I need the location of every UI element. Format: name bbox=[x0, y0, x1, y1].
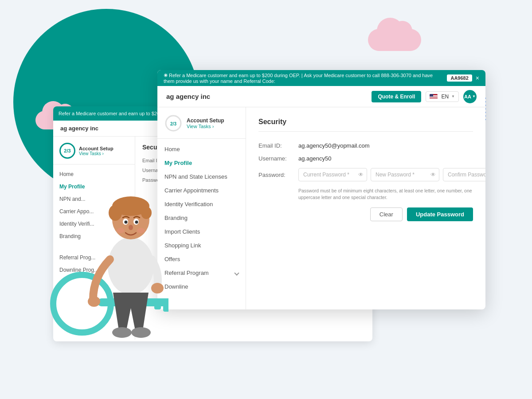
svg-point-17 bbox=[88, 296, 100, 307]
cloud-decoration-left bbox=[0, 0, 44, 19]
svg-text:2/3: 2/3 bbox=[170, 121, 176, 126]
current-password-eye-icon[interactable]: 👁 bbox=[358, 172, 364, 178]
referral-banner: ✳ Refer a Medicare customer and earn up … bbox=[157, 70, 485, 86]
svg-rect-3 bbox=[154, 298, 161, 309]
bg-progress-section: 2/3 Account Setup View Tasks › bbox=[53, 143, 135, 164]
app-header: ag agency inc Quote & Enroll EN ▼ AA ▼ bbox=[157, 86, 485, 107]
lang-chevron-icon: ▼ bbox=[451, 94, 455, 98]
sidebar: 2/3 Account Setup View Tasks › Home My P… bbox=[157, 107, 246, 309]
sidebar-item-carrier-appointments[interactable]: Carrier Appointments bbox=[157, 184, 246, 197]
clear-button[interactable]: Clear bbox=[370, 207, 403, 221]
user-avatar[interactable]: AA ▼ bbox=[463, 90, 477, 103]
current-password-wrap: 👁 bbox=[298, 168, 367, 181]
svg-point-4 bbox=[108, 237, 154, 295]
email-id-value: ag.agency50@yopmail.com bbox=[298, 142, 370, 149]
svg-point-14 bbox=[117, 228, 125, 233]
npn-state-label: NPN and State Licenses bbox=[164, 173, 227, 180]
sidebar-item-downline[interactable]: Downline bbox=[157, 280, 246, 293]
username-value: ag.agency50 bbox=[298, 155, 331, 162]
bg-setup-title: Account Setup bbox=[79, 146, 113, 151]
home-label: Home bbox=[164, 146, 180, 153]
sidebar-item-offers[interactable]: Offers bbox=[157, 252, 246, 266]
banner-text: ✳ Refer a Medicare customer and earn up … bbox=[164, 73, 443, 84]
sidebar-item-identity-verification[interactable]: Identity Verification bbox=[157, 197, 246, 211]
new-password-wrap: 👁 bbox=[371, 168, 439, 181]
referral-code: AA9682 bbox=[447, 74, 472, 82]
sidebar-item-npn-state[interactable]: NPN and State Licenses bbox=[157, 170, 246, 184]
update-password-button[interactable]: Update Password bbox=[407, 207, 473, 221]
bg-progress-circle: 2/3 bbox=[59, 143, 75, 159]
avatar-chevron-icon: ▼ bbox=[472, 94, 476, 98]
banner-star: ✳ bbox=[164, 73, 168, 78]
shopping-link-label: Shopping Link bbox=[164, 242, 201, 249]
svg-point-13 bbox=[129, 225, 133, 230]
bg-banner-text: Refer a Medicare customer and earn up to… bbox=[59, 111, 171, 116]
sidebar-item-shopping-link[interactable]: Shopping Link bbox=[157, 239, 246, 252]
agency-name: ag agency inc bbox=[166, 93, 210, 100]
svg-point-11 bbox=[125, 221, 128, 224]
referral-program-chevron-icon bbox=[234, 270, 239, 275]
email-id-row: Email ID: ag.agency50@yopmail.com bbox=[258, 142, 473, 149]
svg-point-19 bbox=[131, 327, 151, 338]
password-row: Password: 👁 👁 👁 bbox=[258, 168, 473, 181]
sidebar-item-home[interactable]: Home bbox=[157, 142, 246, 156]
svg-point-18 bbox=[112, 327, 132, 338]
sidebar-item-import-clients[interactable]: Import Clients bbox=[157, 225, 246, 239]
svg-point-8 bbox=[141, 207, 152, 219]
section-heading: Security bbox=[258, 118, 473, 132]
banner-close-button[interactable]: × bbox=[476, 74, 479, 82]
language-selector[interactable]: EN ▼ bbox=[426, 91, 459, 102]
svg-point-7 bbox=[109, 205, 122, 221]
password-hint: Password must be of minimum eight charac… bbox=[298, 188, 473, 200]
current-password-input[interactable] bbox=[298, 168, 367, 181]
svg-point-15 bbox=[137, 228, 145, 233]
bg-view-tasks: View Tasks › bbox=[79, 151, 113, 156]
form-actions: Clear Update Password bbox=[258, 207, 473, 221]
svg-rect-2 bbox=[163, 298, 168, 312]
window-content: 2/3 Account Setup View Tasks › Home My P… bbox=[157, 107, 485, 309]
svg-point-16 bbox=[151, 283, 164, 293]
import-clients-label: Import Clients bbox=[164, 228, 200, 235]
sidebar-item-branding[interactable]: Branding bbox=[157, 211, 246, 225]
username-row: Username: ag.agency50 bbox=[258, 155, 473, 162]
new-password-eye-icon[interactable]: 👁 bbox=[430, 172, 436, 178]
confirm-password-input[interactable] bbox=[443, 168, 485, 181]
lang-label: EN bbox=[441, 94, 449, 100]
email-id-label: Email ID: bbox=[258, 142, 298, 149]
character-figure bbox=[44, 162, 168, 361]
referral-program-label: Referral Program bbox=[164, 270, 209, 276]
us-flag-icon bbox=[430, 94, 438, 99]
confirm-password-wrap: 👁 bbox=[443, 168, 485, 181]
progress-ring: 2/3 bbox=[164, 114, 182, 132]
user-initials: AA bbox=[464, 94, 471, 99]
sidebar-item-referral-program[interactable]: Referral Program bbox=[157, 266, 246, 280]
username-label: Username: bbox=[258, 155, 298, 162]
bg-agency-name: ag agency inc bbox=[60, 125, 98, 132]
carrier-appt-label: Carrier Appointments bbox=[164, 187, 219, 194]
svg-point-12 bbox=[135, 221, 138, 224]
my-profile-label: My Profile bbox=[164, 160, 192, 166]
sidebar-item-my-profile[interactable]: My Profile bbox=[157, 156, 246, 170]
main-window: ✳ Refer a Medicare customer and earn up … bbox=[157, 70, 485, 309]
quote-enroll-button[interactable]: Quote & Enroll bbox=[372, 91, 421, 102]
banner-message: Refer a Medicare customer and earn up to… bbox=[164, 73, 433, 84]
new-password-input[interactable] bbox=[371, 168, 439, 181]
progress-info: Account Setup View Tasks › bbox=[187, 117, 224, 129]
identity-label: Identity Verification bbox=[164, 201, 213, 207]
setup-title: Account Setup bbox=[187, 117, 224, 124]
sidebar-progress-section: 2/3 Account Setup View Tasks › bbox=[157, 114, 246, 139]
password-label: Password: bbox=[258, 172, 298, 178]
view-tasks-link[interactable]: View Tasks › bbox=[187, 124, 224, 129]
main-content-area: Security Email ID: ag.agency50@yopmail.c… bbox=[246, 107, 485, 309]
header-actions: Quote & Enroll EN ▼ AA ▼ bbox=[372, 90, 477, 103]
password-fields-group: 👁 👁 👁 bbox=[298, 168, 485, 181]
